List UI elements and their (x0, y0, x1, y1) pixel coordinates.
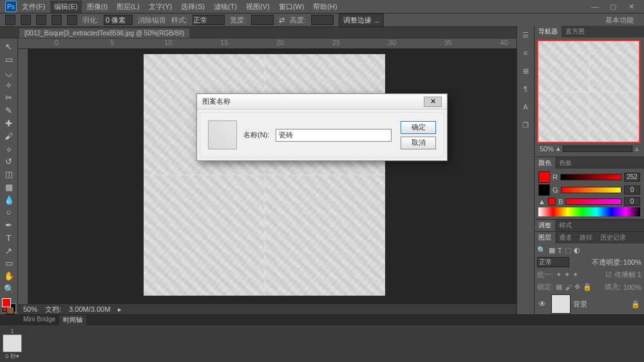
selection-mode-add[interactable] (36, 15, 46, 25)
filter-name-icon[interactable]: T (558, 247, 562, 254)
filter-kind-icon[interactable]: ▦ (549, 246, 555, 254)
stamp-tool[interactable]: ⟐ (2, 143, 16, 155)
menu-view[interactable]: 视图(V) (242, 1, 274, 13)
timeline-frame[interactable]: 1 0 秒▾ (3, 328, 22, 361)
pattern-name-input[interactable] (276, 129, 392, 142)
crop-tool[interactable]: ✂ (2, 92, 16, 104)
selection-mode-intersect[interactable] (67, 15, 77, 25)
layers-tab[interactable]: 图层 (535, 232, 555, 243)
antialias-checkbox[interactable]: 消除锯齿 (138, 15, 166, 25)
selection-mode-subtract[interactable] (52, 15, 62, 25)
histogram-tab[interactable]: 直方图 (562, 26, 589, 37)
navigator-tab[interactable]: 导航器 (535, 26, 562, 37)
style-dropdown[interactable]: 正常 (193, 15, 225, 25)
menu-layer[interactable]: 图层(L) (113, 1, 143, 13)
adjust-edge-button[interactable]: 调整边缘 ... (339, 14, 384, 27)
height-input[interactable] (311, 15, 334, 25)
lock-transparency-icon[interactable]: ▦ (556, 283, 562, 291)
menu-edit[interactable]: 编辑(E) (50, 1, 82, 13)
marquee-tool-icon[interactable] (5, 15, 15, 25)
g-value[interactable]: 0 (624, 186, 640, 195)
docinfo-value[interactable]: 3.00M/3.00M (69, 305, 110, 313)
visibility-toggle[interactable]: 👁 (538, 300, 549, 309)
cancel-button[interactable]: 取消 (401, 137, 436, 149)
styles-tab[interactable]: 样式 (555, 220, 576, 231)
foreground-color[interactable] (2, 298, 11, 307)
color-spectrum[interactable] (538, 207, 640, 216)
properties-icon[interactable]: ≡ (519, 46, 532, 59)
color-preview-bg[interactable] (538, 184, 550, 196)
selection-mode-new[interactable] (21, 15, 31, 25)
close-button[interactable]: ✕ (623, 1, 639, 12)
ok-button[interactable]: 确定 (401, 121, 436, 134)
layer-name[interactable]: 背景 (573, 300, 587, 309)
b-value[interactable]: 0 (624, 197, 640, 206)
dodge-tool[interactable]: ○ (2, 207, 16, 218)
b-slider[interactable] (565, 198, 621, 205)
width-input[interactable] (251, 15, 274, 25)
gradient-tool[interactable]: ▦ (2, 181, 16, 193)
blend-mode-dropdown[interactable]: 正常 (537, 257, 569, 267)
filter-mode-icon[interactable]: ◐ (574, 246, 580, 254)
zoom-level[interactable]: 50% (23, 305, 37, 313)
channels-tab[interactable]: 通道 (555, 232, 576, 243)
frame-duration[interactable]: 0 秒▾ (5, 352, 19, 361)
blur-tool[interactable]: 💧 (2, 194, 16, 205)
filter-icon[interactable]: 🔍 (537, 246, 546, 254)
adjustments-tab[interactable]: 调整 (535, 220, 555, 231)
workspace-switcher[interactable]: 基本功能 (605, 15, 639, 25)
document-tab[interactable]: [0012_Bisque]3_extractedTex8596.jpg @ 50… (19, 28, 189, 38)
docinfo-arrow-icon[interactable]: ▸ (118, 305, 122, 314)
lock-pixels-icon[interactable]: 🖌 (565, 283, 572, 291)
menu-file[interactable]: 文件(F) (18, 1, 49, 13)
marquee-tool[interactable]: ▭ (2, 54, 16, 66)
timeline-tab[interactable]: 时间轴 (59, 315, 86, 325)
move-tool[interactable]: ↖ (2, 41, 16, 53)
minimize-button[interactable]: — (587, 1, 603, 12)
mini-bridge-tab[interactable]: Mini Bridge (19, 315, 59, 325)
type-panel-icon[interactable]: A (519, 100, 532, 113)
history-brush-tool[interactable]: ↺ (2, 156, 16, 167)
history-tab[interactable]: 历史记录 (596, 232, 630, 243)
layer-thumbnail[interactable] (551, 294, 571, 314)
pen-tool[interactable]: ✒ (2, 220, 16, 231)
zoom-tool[interactable]: 🔍 (2, 283, 16, 295)
menu-help[interactable]: 帮助(H) (309, 1, 341, 13)
r-value[interactable]: 252 (624, 173, 640, 182)
layer-row[interactable]: 👁 背景 🔒 (537, 293, 641, 315)
paths-tab[interactable]: 路径 (576, 232, 596, 243)
document-canvas[interactable] (144, 54, 385, 296)
fill-value[interactable]: 100% (623, 283, 641, 291)
frame-thumbnail[interactable] (3, 334, 22, 352)
wand-tool[interactable]: ✧ (2, 79, 16, 91)
lasso-tool[interactable]: ◡ (2, 67, 16, 79)
menu-type[interactable]: 文字(Y) (145, 1, 176, 13)
path-tool[interactable]: ↗ (2, 245, 16, 256)
g-slider[interactable] (561, 187, 621, 193)
paragraph-icon[interactable]: ¶ (519, 82, 532, 95)
menu-filter[interactable]: 滤镜(T) (210, 1, 241, 13)
eraser-tool[interactable]: ◫ (2, 169, 16, 180)
safe-color[interactable] (548, 198, 556, 205)
propagate-label[interactable]: 传播帧 1 (614, 270, 641, 280)
swatches-tab[interactable]: 色板 (555, 157, 576, 169)
hand-tool[interactable]: ✋ (2, 271, 16, 282)
history-icon[interactable]: ☰ (519, 28, 532, 41)
swap-wh-icon[interactable]: ⇄ (279, 16, 285, 24)
menu-image[interactable]: 图像(I) (83, 1, 111, 13)
color-preview[interactable] (538, 171, 550, 183)
type-tool[interactable]: T (2, 232, 16, 243)
zoom-slider[interactable] (563, 146, 632, 152)
brush-tool[interactable]: 🖌 (2, 130, 16, 142)
dialog-titlebar[interactable]: 图案名称 ✕ (197, 94, 447, 110)
unify-style-icon[interactable]: ✦ (573, 271, 578, 279)
styles-icon[interactable]: ❐ (519, 119, 532, 131)
gamut-warning-icon[interactable]: ▲ (538, 198, 545, 205)
character-icon[interactable]: ⊞ (519, 64, 532, 77)
zoom-in-icon[interactable]: ▵ (635, 144, 639, 153)
healing-tool[interactable]: ✚ (2, 118, 16, 129)
unify-position-icon[interactable]: ✦ (556, 271, 562, 279)
menu-window[interactable]: 窗口(W) (275, 1, 308, 13)
feather-input[interactable] (104, 15, 133, 25)
shape-tool[interactable]: ▭ (2, 258, 16, 269)
